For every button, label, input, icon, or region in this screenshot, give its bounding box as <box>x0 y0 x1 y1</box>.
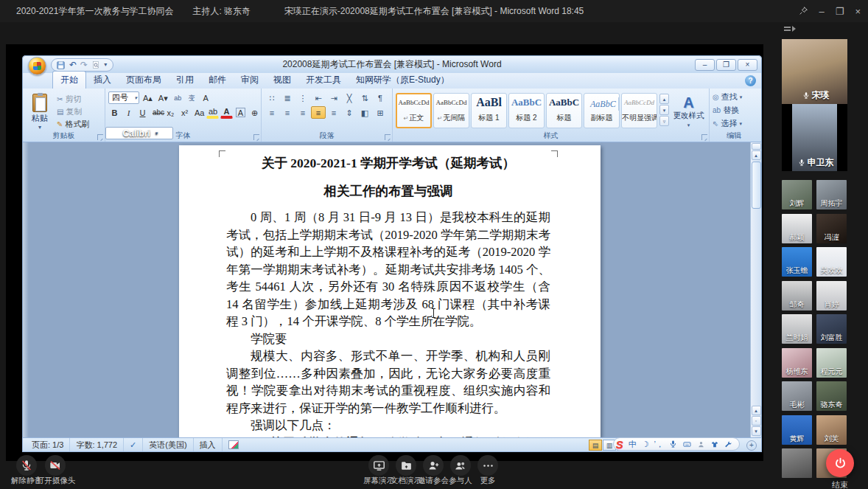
unmute-button[interactable] <box>16 455 37 476</box>
save-icon[interactable] <box>56 60 66 70</box>
participant-tile[interactable]: 刘芙 <box>816 415 847 445</box>
participant-tile[interactable]: 杨维东 <box>782 348 812 378</box>
camera-button[interactable] <box>45 455 66 476</box>
numbering-button[interactable]: ≣ <box>280 91 295 104</box>
minimize-button[interactable]: – <box>819 7 825 16</box>
macro-record-icon[interactable] <box>228 440 239 449</box>
ruler-toggle-button[interactable] <box>752 143 761 150</box>
collapse-sidebar-icon[interactable] <box>784 25 797 34</box>
font-size-select[interactable]: 四号▾ <box>108 91 139 104</box>
styles-gallery-expand[interactable]: ▿ <box>659 116 669 126</box>
tab-developer[interactable]: 开发工具 <box>298 72 349 89</box>
tab-insert[interactable]: 插入 <box>86 72 119 89</box>
punctuation-mode-icon[interactable]: ’， <box>654 440 664 448</box>
account-icon[interactable] <box>697 440 705 448</box>
print-preview-icon[interactable] <box>91 60 100 69</box>
justify-button[interactable]: ≡ <box>311 106 326 119</box>
print-layout-view-button[interactable]: ▤ <box>589 440 602 451</box>
align-left-button[interactable]: ≡ <box>265 106 279 119</box>
invite-button[interactable] <box>423 455 444 476</box>
style-heading2[interactable]: AaBbC标题 2 <box>508 93 545 128</box>
restore-button[interactable]: ❐ <box>836 7 844 16</box>
more-button[interactable] <box>477 455 498 476</box>
tab-view[interactable]: 视图 <box>266 72 298 89</box>
find-button[interactable]: ◎查找▾ <box>713 91 755 103</box>
change-case-button[interactable]: Aa <box>192 106 205 119</box>
participants-button[interactable] <box>450 455 471 476</box>
multilevel-list-button[interactable]: ⋮ <box>295 91 310 104</box>
change-styles-button[interactable]: A 更改样式 ▾ <box>671 91 706 131</box>
fullwidth-mode-icon[interactable]: ☽ <box>642 440 649 448</box>
clipboard-dialog-launcher[interactable] <box>97 134 103 140</box>
char-border-button[interactable]: A <box>200 91 212 104</box>
word-count[interactable]: 字数: 1,772 <box>70 438 124 451</box>
distribute-button[interactable]: ≡ <box>326 106 341 119</box>
strikethrough-button[interactable]: abc <box>150 106 163 119</box>
show-marks-button[interactable]: ¶ <box>373 91 388 104</box>
italic-button[interactable]: I <box>122 106 135 119</box>
word-close-button[interactable]: × <box>738 59 757 71</box>
sogou-logo-icon[interactable]: S <box>616 439 623 450</box>
participant-tile[interactable]: 冯漄 <box>816 214 847 243</box>
participant-tile[interactable] <box>782 448 812 478</box>
char-case-button[interactable]: 变 <box>186 91 198 104</box>
help-button[interactable]: ? <box>745 75 756 86</box>
tab-review[interactable]: 审阅 <box>234 72 266 89</box>
style-normal[interactable]: AaBbCcDd正文 <box>396 93 432 128</box>
participant-tile[interactable]: 郝颖 <box>782 214 812 243</box>
zoom-in-button[interactable]: + <box>746 440 757 451</box>
superscript-button[interactable]: x² <box>178 106 191 119</box>
style-heading1[interactable]: AaBl标题 1 <box>471 93 507 128</box>
participant-tile[interactable]: 吴欢欢 <box>816 247 847 277</box>
shrink-font-button[interactable]: A▾ <box>156 91 170 104</box>
participant-tile[interactable]: 黄辉 <box>782 415 812 445</box>
insert-mode-indicator[interactable]: 插入 <box>194 438 223 451</box>
font-dialog-launcher[interactable] <box>253 134 259 140</box>
style-subtle-emphasis[interactable]: AaBbCcDd不明显强调 <box>621 93 657 128</box>
participant-tile[interactable]: 张玉蟾 <box>782 247 812 277</box>
asian-layout-button[interactable]: ╳ <box>342 91 357 104</box>
vertical-scrollbar[interactable]: ▴ ▴ ◦ ▾ <box>750 142 761 437</box>
document-share-button[interactable] <box>396 455 416 476</box>
sort-button[interactable]: ⇅ <box>357 91 372 104</box>
borders-button[interactable]: ⊞ <box>373 106 388 119</box>
increase-indent-button[interactable]: ⇥ <box>326 91 341 104</box>
align-center-button[interactable]: ≡ <box>280 106 295 119</box>
tab-mailings[interactable]: 邮件 <box>201 72 234 89</box>
subscript-button[interactable]: x₂ <box>164 106 177 119</box>
screen-share-button[interactable] <box>368 455 389 476</box>
tab-cnki-estudy[interactable]: 知网研学（原E-Study） <box>349 72 457 89</box>
skin-icon[interactable] <box>710 440 719 448</box>
participant-tile[interactable]: 程元元 <box>816 348 847 378</box>
bold-button[interactable]: B <box>108 106 121 119</box>
word-minimize-button[interactable]: – <box>695 59 715 71</box>
office-button[interactable] <box>28 57 46 75</box>
spellcheck-icon[interactable]: ✓ <box>124 438 143 451</box>
paragraph-dialog-launcher[interactable] <box>385 134 391 140</box>
bullets-button[interactable]: ∷ <box>265 91 279 104</box>
document-page[interactable]: 关于 2020-2021-1 学期开学考试（延期考试） 相关工作的布置与强调 0… <box>179 145 601 437</box>
line-spacing-button[interactable]: ⇕ <box>342 106 357 119</box>
font-name-select[interactable]: Calibri▾ <box>105 127 173 139</box>
qat-dropdown-icon[interactable]: ▾ <box>104 62 107 68</box>
close-button[interactable]: × <box>855 7 861 16</box>
participant-tile[interactable]: 刘辉 <box>782 180 812 209</box>
previous-page-button[interactable]: ▴ <box>752 406 761 415</box>
end-meeting-button[interactable] <box>826 449 854 477</box>
grow-font-button[interactable]: A▴ <box>141 91 155 104</box>
paste-button[interactable]: 粘贴 ▾ <box>26 91 54 130</box>
browse-object-button[interactable]: ◦ <box>752 416 761 426</box>
copy-button[interactable]: ▤复制 <box>57 106 89 117</box>
cut-button[interactable]: ✂剪切 <box>57 94 89 105</box>
decrease-indent-button[interactable]: ⇤ <box>311 91 326 104</box>
tab-home[interactable]: 开始 <box>52 71 86 89</box>
participant-tile[interactable]: 骆东奇 <box>816 381 847 411</box>
redo-button[interactable]: ↷ <box>80 60 88 69</box>
phonetic-guide-button[interactable]: ab <box>172 91 184 104</box>
align-right-button[interactable]: ≡ <box>295 106 310 119</box>
participant-tile[interactable]: 兰时娟 <box>782 314 812 344</box>
participant-tile[interactable]: 毛彬 <box>782 381 812 411</box>
underline-button[interactable]: U <box>136 106 149 119</box>
participant-tile[interactable]: 邹奇 <box>782 281 812 311</box>
styles-dialog-launcher[interactable] <box>701 134 707 140</box>
